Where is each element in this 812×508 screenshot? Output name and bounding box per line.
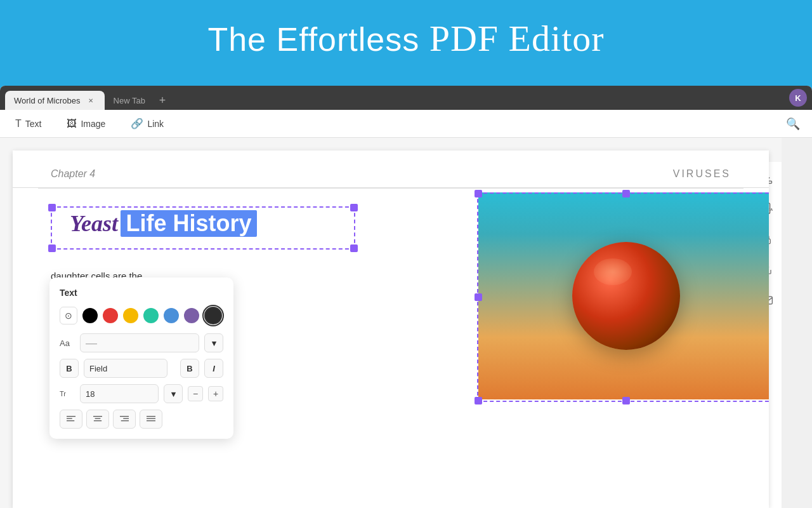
pdf-header: Chapter 4 VIRUSES	[13, 150, 769, 188]
new-tab-button[interactable]: +	[154, 94, 171, 107]
panel-title: Text	[60, 288, 223, 298]
user-avatar[interactable]: K	[789, 89, 807, 107]
tab-world-of-microbes[interactable]: World of Microbes ✕	[5, 91, 105, 110]
color-swatch-black[interactable]	[82, 308, 98, 323]
align-left-button[interactable]	[60, 410, 82, 429]
alignment-row	[60, 410, 223, 429]
align-center-button[interactable]	[86, 410, 109, 429]
font-size-label: Aa	[60, 338, 75, 348]
chapter-label: Chapter 4	[51, 168, 95, 180]
img-handle-tl[interactable]	[475, 190, 482, 197]
color-swatch-blue[interactable]	[164, 308, 179, 323]
yeast-italic-text: Yeast	[70, 210, 118, 237]
main-content: PDF/A Chapter 4	[0, 138, 782, 508]
size-row: Tr 18 ▾ − +	[60, 384, 223, 403]
align-right-button[interactable]	[113, 410, 136, 429]
tab-new-tab[interactable]: New Tab	[105, 91, 154, 110]
italic-button[interactable]: I	[204, 359, 223, 378]
toolbar-link[interactable]: 🔗 Link	[126, 115, 169, 132]
bold-button[interactable]: B	[60, 359, 79, 378]
eyedropper-button[interactable]: ⊙	[60, 307, 77, 324]
app-header: The Effortless PDF Editor	[0, 0, 812, 76]
font-size-row: Aa — ▾	[60, 333, 223, 352]
search-toolbar-icon[interactable]: 🔍	[784, 115, 802, 133]
header-divider	[38, 188, 743, 189]
browser-window: World of Microbes ✕ New Tab + K T Text 🖼…	[0, 86, 812, 508]
color-row: ⊙	[60, 307, 223, 324]
pdf-page: Chapter 4 VIRUSES Yeast Life History dau…	[13, 150, 769, 508]
handle-top-left[interactable]	[48, 204, 56, 211]
font-field-select[interactable]: Field Regular Bold	[84, 359, 167, 378]
app-title: The Effortless PDF Editor	[207, 17, 604, 60]
handle-bottom-left[interactable]	[48, 244, 56, 252]
toolbar-text[interactable]: T Text	[10, 116, 46, 132]
tab-label: World of Microbes	[14, 96, 81, 105]
img-handle-ml[interactable]	[475, 293, 482, 301]
section-label: VIRUSES	[673, 168, 731, 180]
life-history-selected-text[interactable]: Life History	[121, 210, 256, 237]
handle-top-right[interactable]	[350, 204, 358, 211]
size-decrease-button[interactable]: −	[188, 386, 203, 401]
toolbar: T Text 🖼 Image 🔗 Link 🔍	[0, 110, 812, 138]
yeast-title: Yeast Life History	[70, 210, 257, 237]
image-icon: 🖼	[67, 118, 77, 130]
color-swatch-red[interactable]	[103, 308, 118, 323]
text-icon: T	[15, 118, 22, 130]
color-swatch-yellow[interactable]	[123, 308, 138, 323]
tab-label: New Tab	[114, 96, 145, 105]
color-swatch-selected[interactable]	[204, 307, 222, 324]
handle-bottom-right[interactable]	[350, 244, 358, 252]
img-handle-tm[interactable]	[622, 190, 630, 197]
text-format-panel: Text ⊙ Aa — ▾	[49, 277, 233, 439]
tab-bar: World of Microbes ✕ New Tab + K	[0, 86, 812, 110]
size-label: Tr	[60, 390, 75, 398]
color-swatch-teal[interactable]	[143, 308, 159, 323]
size-increase-button[interactable]: +	[208, 386, 223, 401]
img-handle-bm[interactable]	[622, 397, 630, 404]
tab-close-button[interactable]: ✕	[86, 95, 96, 105]
dropdown-arrow[interactable]: ▾	[204, 333, 223, 352]
size-dropdown[interactable]: ▾	[164, 384, 183, 403]
link-icon: 🔗	[131, 117, 143, 130]
img-handle-bl[interactable]	[475, 397, 482, 404]
image-selection-box[interactable]	[477, 192, 769, 402]
toolbar-image[interactable]: 🖼 Image	[62, 116, 110, 132]
align-justify-button[interactable]	[140, 410, 162, 429]
bold-italic-row: B Field Regular Bold B I	[60, 359, 223, 378]
bold-button-2[interactable]: B	[180, 359, 199, 378]
color-swatch-purple[interactable]	[184, 308, 199, 323]
